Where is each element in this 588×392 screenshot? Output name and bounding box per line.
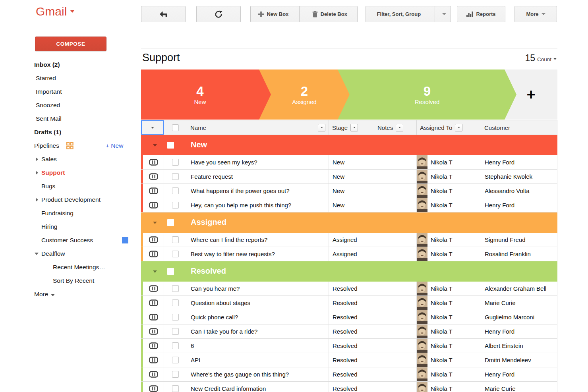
box-icon-cell[interactable]: [143, 339, 164, 353]
name-cell[interactable]: API: [187, 353, 329, 367]
notes-cell[interactable]: [374, 382, 417, 392]
assigned-to-cell[interactable]: Nikola T: [417, 310, 481, 324]
name-cell[interactable]: What happens if the power goes out?: [187, 184, 329, 198]
filter-sort-group-caret-button[interactable]: [438, 6, 451, 22]
collapse-section-icon[interactable]: [153, 222, 157, 224]
section-header-new[interactable]: New: [141, 135, 557, 155]
row-checkbox[interactable]: [172, 371, 179, 378]
sidebar-item-inbox-2[interactable]: Inbox (2): [0, 58, 135, 71]
box-icon-cell[interactable]: [143, 155, 164, 169]
column-menu-button[interactable]: [350, 124, 358, 131]
box-icon-cell[interactable]: [143, 382, 164, 392]
stage-cell[interactable]: Resolved: [329, 339, 374, 353]
row-checkbox[interactable]: [172, 251, 179, 257]
box-row-where-s-the-gas-gauge-on-this-thing[interactable]: Where's the gas gauge on this thing?Reso…: [141, 367, 557, 382]
sidebar-item-starred[interactable]: Starred: [0, 71, 135, 85]
assigned-to-cell[interactable]: Nikola T: [417, 382, 481, 392]
notes-cell[interactable]: [374, 155, 417, 169]
box-icon-cell[interactable]: [143, 198, 164, 212]
column-header-notes[interactable]: Notes: [374, 120, 417, 135]
column-menu-button[interactable]: [396, 124, 403, 131]
sidebar-item-dealflow[interactable]: Dealflow: [0, 247, 135, 261]
collapse-section-icon[interactable]: [153, 270, 157, 273]
assigned-to-cell[interactable]: Nikola T: [417, 282, 481, 295]
notes-cell[interactable]: [374, 353, 417, 367]
customer-cell[interactable]: Guglielmo Marconi: [481, 310, 557, 324]
pipeline-stage-new[interactable]: 4New: [141, 70, 271, 120]
sidebar-item-more[interactable]: More: [0, 288, 135, 301]
customer-cell[interactable]: Dmitri Mendeleev: [481, 353, 557, 367]
column-menu-button[interactable]: [318, 124, 325, 131]
notes-cell[interactable]: [374, 198, 417, 212]
section-select-checkbox[interactable]: [167, 268, 174, 275]
stage-cell[interactable]: Resolved: [329, 367, 374, 381]
compose-button[interactable]: COMPOSE: [35, 37, 106, 51]
sidebar-item-sort-by-recent[interactable]: Sort By Recent: [0, 274, 135, 288]
filter-sort-group-button[interactable]: Filter, Sort, Group: [366, 6, 432, 22]
sidebar-item-drafts-1[interactable]: Drafts (1): [0, 126, 135, 139]
assigned-to-cell[interactable]: Nikola T: [417, 353, 481, 367]
assigned-to-cell[interactable]: Nikola T: [417, 198, 481, 212]
assigned-to-cell[interactable]: Nikola T: [417, 184, 481, 198]
customer-cell[interactable]: Henry Ford: [481, 198, 557, 212]
notes-cell[interactable]: [374, 310, 417, 324]
new-box-button[interactable]: New Box: [251, 6, 296, 22]
stage-cell[interactable]: Assigned: [329, 247, 374, 261]
customer-cell[interactable]: Alexander Graham Bell: [481, 282, 557, 295]
notes-cell[interactable]: [374, 247, 417, 261]
box-row-feature-request[interactable]: Feature requestNewNikola TStephanie Kwol…: [141, 170, 557, 184]
box-icon-cell[interactable]: [143, 233, 164, 247]
box-icon-cell[interactable]: [143, 282, 164, 295]
stage-cell[interactable]: New: [329, 155, 374, 169]
box-row-question-about-stages[interactable]: Question about stagesResolvedNikola TMar…: [141, 296, 557, 310]
sidebar-item-important[interactable]: Important: [0, 85, 135, 98]
sidebar-item-snoozed[interactable]: Snoozed: [0, 98, 135, 112]
refresh-button[interactable]: [196, 6, 241, 22]
box-icon-cell[interactable]: [143, 324, 164, 338]
assigned-to-cell[interactable]: Nikola T: [417, 155, 481, 169]
select-all-checkbox[interactable]: [172, 124, 179, 131]
count-dropdown[interactable]: 15 Count: [525, 53, 557, 64]
column-header-assigned-to[interactable]: Assigned To: [417, 120, 481, 135]
sidebar-item-product-development[interactable]: Product Development: [0, 193, 135, 207]
section-header-assigned[interactable]: Assigned: [141, 212, 557, 233]
name-cell[interactable]: Quick phone call?: [187, 310, 329, 324]
column-header-stage[interactable]: Stage: [329, 120, 374, 135]
box-row-new-credit-card-information[interactable]: New Credit Card informationResolvedNikol…: [141, 382, 557, 392]
sidebar-item-bugs[interactable]: Bugs: [0, 180, 135, 193]
more-toolbar-button[interactable]: More: [514, 6, 557, 22]
sidebar-item-sent-mail[interactable]: Sent Mail: [0, 112, 135, 126]
notes-cell[interactable]: [374, 170, 417, 183]
assigned-to-cell[interactable]: Nikola T: [417, 324, 481, 338]
sidebar-item-support[interactable]: Support: [0, 166, 135, 180]
box-icon-cell[interactable]: [143, 170, 164, 183]
box-row-can-you-hear-me[interactable]: Can you hear me?ResolvedNikola TAlexande…: [141, 282, 557, 296]
box-row-api[interactable]: APIResolvedNikola TDmitri Mendeleev: [141, 353, 557, 367]
notes-cell[interactable]: [374, 339, 417, 353]
column-header-name[interactable]: Name: [187, 120, 329, 135]
pipeline-stage-resolved[interactable]: 9Resolved: [338, 70, 516, 120]
name-cell[interactable]: Have you seen my keys?: [187, 155, 329, 169]
row-checkbox[interactable]: [172, 314, 179, 321]
assigned-to-cell[interactable]: Nikola T: [417, 339, 481, 353]
box-row-can-i-take-you-for-a-ride[interactable]: Can I take you for a ride?ResolvedNikola…: [141, 324, 557, 339]
row-checkbox[interactable]: [172, 236, 179, 243]
stage-cell[interactable]: Resolved: [329, 324, 374, 338]
delete-box-button[interactable]: Delete Box: [302, 6, 357, 22]
box-icon-cell[interactable]: [143, 247, 164, 261]
customer-cell[interactable]: Henry Ford: [481, 155, 557, 169]
stage-cell[interactable]: Assigned: [329, 233, 374, 247]
back-button[interactable]: [141, 6, 186, 22]
name-cell[interactable]: Where can I find the reports?: [187, 233, 329, 247]
row-checkbox[interactable]: [172, 285, 179, 292]
stage-cell[interactable]: New: [329, 170, 374, 183]
notes-cell[interactable]: [374, 324, 417, 338]
assigned-to-cell[interactable]: Nikola T: [417, 247, 481, 261]
customer-cell[interactable]: Henry Ford: [481, 367, 557, 381]
section-select-checkbox[interactable]: [167, 142, 174, 149]
row-checkbox[interactable]: [172, 328, 179, 335]
stage-cell[interactable]: Resolved: [329, 282, 374, 295]
sidebar-item-hiring[interactable]: Hiring: [0, 220, 135, 234]
notes-cell[interactable]: [374, 367, 417, 381]
customer-cell[interactable]: Henry Ford: [481, 324, 557, 338]
